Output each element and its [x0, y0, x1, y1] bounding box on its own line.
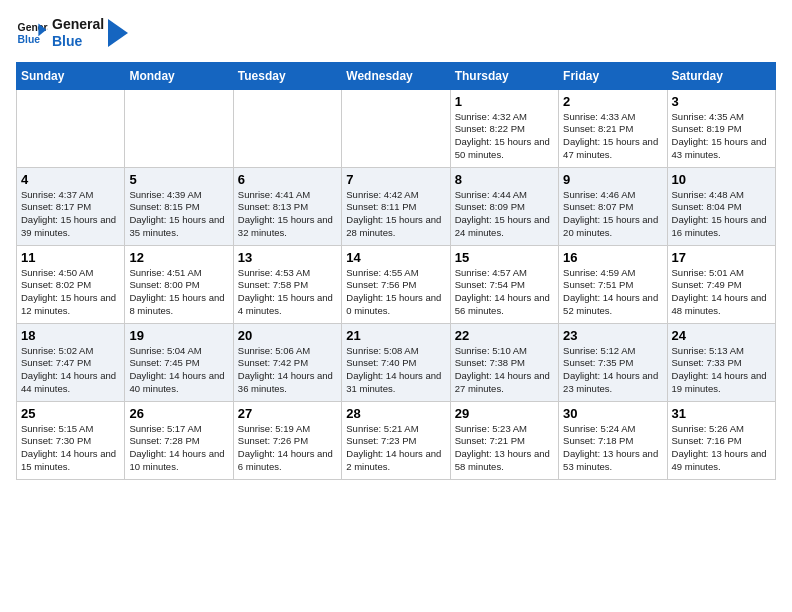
day-number: 14 [346, 250, 445, 265]
svg-marker-3 [108, 19, 128, 47]
calendar-cell [125, 89, 233, 167]
cell-content: Sunrise: 4:41 AM Sunset: 8:13 PM Dayligh… [238, 189, 337, 240]
day-number: 10 [672, 172, 771, 187]
cell-content: Sunrise: 5:23 AM Sunset: 7:21 PM Dayligh… [455, 423, 554, 474]
cell-content: Sunrise: 4:33 AM Sunset: 8:21 PM Dayligh… [563, 111, 662, 162]
calendar-cell: 19Sunrise: 5:04 AM Sunset: 7:45 PM Dayli… [125, 323, 233, 401]
calendar-cell: 21Sunrise: 5:08 AM Sunset: 7:40 PM Dayli… [342, 323, 450, 401]
day-number: 6 [238, 172, 337, 187]
week-row-2: 4Sunrise: 4:37 AM Sunset: 8:17 PM Daylig… [17, 167, 776, 245]
day-number: 24 [672, 328, 771, 343]
day-number: 17 [672, 250, 771, 265]
day-number: 11 [21, 250, 120, 265]
calendar-cell: 10Sunrise: 4:48 AM Sunset: 8:04 PM Dayli… [667, 167, 775, 245]
day-number: 7 [346, 172, 445, 187]
cell-content: Sunrise: 4:55 AM Sunset: 7:56 PM Dayligh… [346, 267, 445, 318]
calendar-cell [17, 89, 125, 167]
logo: General Blue General Blue [16, 16, 128, 50]
week-row-5: 25Sunrise: 5:15 AM Sunset: 7:30 PM Dayli… [17, 401, 776, 479]
day-number: 8 [455, 172, 554, 187]
calendar-cell: 6Sunrise: 4:41 AM Sunset: 8:13 PM Daylig… [233, 167, 341, 245]
logo-blue: Blue [52, 33, 104, 50]
weekday-header-friday: Friday [559, 62, 667, 89]
calendar-cell: 29Sunrise: 5:23 AM Sunset: 7:21 PM Dayli… [450, 401, 558, 479]
cell-content: Sunrise: 4:32 AM Sunset: 8:22 PM Dayligh… [455, 111, 554, 162]
calendar-table: SundayMondayTuesdayWednesdayThursdayFrid… [16, 62, 776, 480]
logo-icon: General Blue [16, 17, 48, 49]
cell-content: Sunrise: 4:50 AM Sunset: 8:02 PM Dayligh… [21, 267, 120, 318]
cell-content: Sunrise: 5:15 AM Sunset: 7:30 PM Dayligh… [21, 423, 120, 474]
cell-content: Sunrise: 4:42 AM Sunset: 8:11 PM Dayligh… [346, 189, 445, 240]
day-number: 29 [455, 406, 554, 421]
cell-content: Sunrise: 4:51 AM Sunset: 8:00 PM Dayligh… [129, 267, 228, 318]
cell-content: Sunrise: 5:01 AM Sunset: 7:49 PM Dayligh… [672, 267, 771, 318]
calendar-cell: 23Sunrise: 5:12 AM Sunset: 7:35 PM Dayli… [559, 323, 667, 401]
week-row-4: 18Sunrise: 5:02 AM Sunset: 7:47 PM Dayli… [17, 323, 776, 401]
calendar-cell: 13Sunrise: 4:53 AM Sunset: 7:58 PM Dayli… [233, 245, 341, 323]
cell-content: Sunrise: 4:48 AM Sunset: 8:04 PM Dayligh… [672, 189, 771, 240]
weekday-header-tuesday: Tuesday [233, 62, 341, 89]
cell-content: Sunrise: 5:26 AM Sunset: 7:16 PM Dayligh… [672, 423, 771, 474]
calendar-cell: 30Sunrise: 5:24 AM Sunset: 7:18 PM Dayli… [559, 401, 667, 479]
calendar-cell: 3Sunrise: 4:35 AM Sunset: 8:19 PM Daylig… [667, 89, 775, 167]
day-number: 5 [129, 172, 228, 187]
cell-content: Sunrise: 4:39 AM Sunset: 8:15 PM Dayligh… [129, 189, 228, 240]
day-number: 30 [563, 406, 662, 421]
day-number: 22 [455, 328, 554, 343]
day-number: 25 [21, 406, 120, 421]
calendar-cell: 9Sunrise: 4:46 AM Sunset: 8:07 PM Daylig… [559, 167, 667, 245]
cell-content: Sunrise: 5:17 AM Sunset: 7:28 PM Dayligh… [129, 423, 228, 474]
cell-content: Sunrise: 5:04 AM Sunset: 7:45 PM Dayligh… [129, 345, 228, 396]
calendar-cell: 1Sunrise: 4:32 AM Sunset: 8:22 PM Daylig… [450, 89, 558, 167]
weekday-header-thursday: Thursday [450, 62, 558, 89]
cell-content: Sunrise: 5:24 AM Sunset: 7:18 PM Dayligh… [563, 423, 662, 474]
calendar-cell: 27Sunrise: 5:19 AM Sunset: 7:26 PM Dayli… [233, 401, 341, 479]
calendar-cell: 2Sunrise: 4:33 AM Sunset: 8:21 PM Daylig… [559, 89, 667, 167]
page-header: General Blue General Blue [16, 16, 776, 50]
day-number: 9 [563, 172, 662, 187]
calendar-cell [342, 89, 450, 167]
day-number: 13 [238, 250, 337, 265]
calendar-cell: 15Sunrise: 4:57 AM Sunset: 7:54 PM Dayli… [450, 245, 558, 323]
cell-content: Sunrise: 4:53 AM Sunset: 7:58 PM Dayligh… [238, 267, 337, 318]
calendar-cell: 17Sunrise: 5:01 AM Sunset: 7:49 PM Dayli… [667, 245, 775, 323]
calendar-cell [233, 89, 341, 167]
day-number: 3 [672, 94, 771, 109]
day-number: 20 [238, 328, 337, 343]
calendar-header: SundayMondayTuesdayWednesdayThursdayFrid… [17, 62, 776, 89]
calendar-cell: 11Sunrise: 4:50 AM Sunset: 8:02 PM Dayli… [17, 245, 125, 323]
calendar-cell: 7Sunrise: 4:42 AM Sunset: 8:11 PM Daylig… [342, 167, 450, 245]
day-number: 31 [672, 406, 771, 421]
calendar-cell: 12Sunrise: 4:51 AM Sunset: 8:00 PM Dayli… [125, 245, 233, 323]
weekday-header-saturday: Saturday [667, 62, 775, 89]
cell-content: Sunrise: 4:46 AM Sunset: 8:07 PM Dayligh… [563, 189, 662, 240]
calendar-cell: 31Sunrise: 5:26 AM Sunset: 7:16 PM Dayli… [667, 401, 775, 479]
day-number: 4 [21, 172, 120, 187]
calendar-cell: 25Sunrise: 5:15 AM Sunset: 7:30 PM Dayli… [17, 401, 125, 479]
cell-content: Sunrise: 4:59 AM Sunset: 7:51 PM Dayligh… [563, 267, 662, 318]
cell-content: Sunrise: 5:02 AM Sunset: 7:47 PM Dayligh… [21, 345, 120, 396]
cell-content: Sunrise: 4:35 AM Sunset: 8:19 PM Dayligh… [672, 111, 771, 162]
cell-content: Sunrise: 5:12 AM Sunset: 7:35 PM Dayligh… [563, 345, 662, 396]
calendar-cell: 28Sunrise: 5:21 AM Sunset: 7:23 PM Dayli… [342, 401, 450, 479]
cell-content: Sunrise: 4:37 AM Sunset: 8:17 PM Dayligh… [21, 189, 120, 240]
day-number: 26 [129, 406, 228, 421]
weekday-header-monday: Monday [125, 62, 233, 89]
cell-content: Sunrise: 5:10 AM Sunset: 7:38 PM Dayligh… [455, 345, 554, 396]
day-number: 19 [129, 328, 228, 343]
calendar-cell: 16Sunrise: 4:59 AM Sunset: 7:51 PM Dayli… [559, 245, 667, 323]
day-number: 27 [238, 406, 337, 421]
day-number: 28 [346, 406, 445, 421]
cell-content: Sunrise: 5:08 AM Sunset: 7:40 PM Dayligh… [346, 345, 445, 396]
weekday-header-wednesday: Wednesday [342, 62, 450, 89]
calendar-cell: 26Sunrise: 5:17 AM Sunset: 7:28 PM Dayli… [125, 401, 233, 479]
cell-content: Sunrise: 5:06 AM Sunset: 7:42 PM Dayligh… [238, 345, 337, 396]
calendar-cell: 20Sunrise: 5:06 AM Sunset: 7:42 PM Dayli… [233, 323, 341, 401]
day-number: 21 [346, 328, 445, 343]
cell-content: Sunrise: 4:44 AM Sunset: 8:09 PM Dayligh… [455, 189, 554, 240]
calendar-cell: 24Sunrise: 5:13 AM Sunset: 7:33 PM Dayli… [667, 323, 775, 401]
day-number: 16 [563, 250, 662, 265]
logo-general: General [52, 16, 104, 33]
week-row-3: 11Sunrise: 4:50 AM Sunset: 8:02 PM Dayli… [17, 245, 776, 323]
calendar-cell: 4Sunrise: 4:37 AM Sunset: 8:17 PM Daylig… [17, 167, 125, 245]
